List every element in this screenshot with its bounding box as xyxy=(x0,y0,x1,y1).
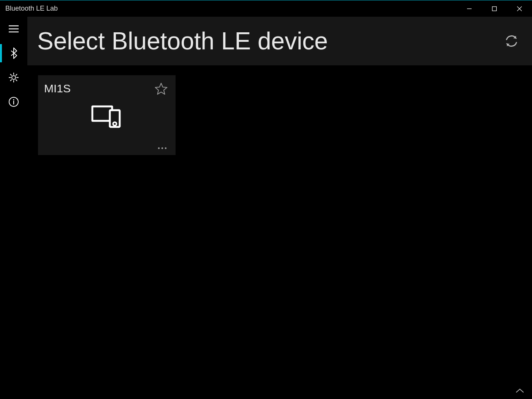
expand-button[interactable] xyxy=(515,388,524,395)
close-icon xyxy=(516,6,522,12)
bluetooth-icon xyxy=(10,47,17,59)
device-name-label: MI1S xyxy=(44,82,71,95)
gear-icon xyxy=(8,72,19,83)
svg-rect-1 xyxy=(492,6,497,11)
ellipsis-icon xyxy=(157,147,167,150)
svg-rect-12 xyxy=(110,110,120,127)
titlebar: Bluetooth LE Lab xyxy=(0,0,532,17)
svg-point-15 xyxy=(162,147,163,149)
device-grid: MI1S xyxy=(27,65,532,399)
window-controls xyxy=(457,0,532,17)
minimize-button[interactable] xyxy=(457,0,482,17)
close-button[interactable] xyxy=(507,0,532,17)
minimize-icon xyxy=(467,6,472,11)
sidebar-item-info[interactable] xyxy=(0,90,27,114)
svg-point-9 xyxy=(13,99,14,100)
favorite-button[interactable] xyxy=(154,82,168,97)
sidebar xyxy=(0,17,27,399)
device-type-icon xyxy=(91,103,123,131)
info-icon xyxy=(8,97,19,107)
svg-point-7 xyxy=(12,76,16,79)
sidebar-item-menu[interactable] xyxy=(0,17,27,41)
star-icon xyxy=(154,82,168,96)
page-header: Select Bluetooth LE device xyxy=(27,17,532,65)
hamburger-icon xyxy=(8,25,19,33)
refresh-icon xyxy=(504,34,519,48)
svg-point-14 xyxy=(158,147,160,149)
svg-point-16 xyxy=(165,147,167,149)
sidebar-item-bluetooth[interactable] xyxy=(0,41,27,65)
refresh-button[interactable] xyxy=(502,32,521,50)
device-card[interactable]: MI1S xyxy=(38,75,176,155)
window-title: Bluetooth LE Lab xyxy=(5,5,58,13)
maximize-icon xyxy=(492,6,497,11)
maximize-button[interactable] xyxy=(482,0,507,17)
device-more-button[interactable] xyxy=(157,145,167,150)
page-title: Select Bluetooth LE device xyxy=(37,27,328,55)
chevron-up-icon xyxy=(515,388,524,394)
sidebar-item-settings[interactable] xyxy=(0,65,27,90)
devices-icon xyxy=(91,103,123,130)
